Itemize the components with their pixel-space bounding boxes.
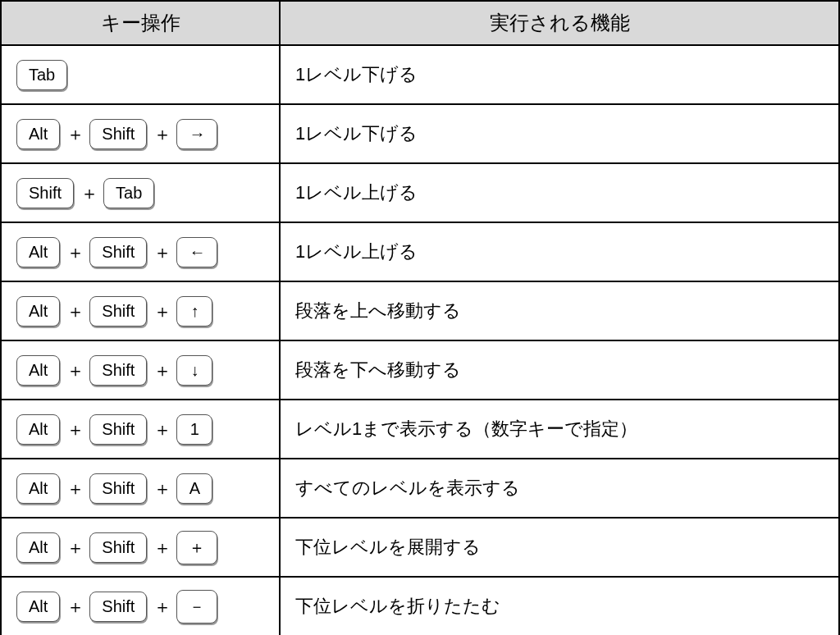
plus-joiner: ＋: [153, 359, 171, 383]
description-cell: レベル1まで表示する（数字キーで指定）: [280, 400, 839, 459]
table-row: Alt＋Shift＋1レベル1まで表示する（数字キーで指定）: [1, 400, 839, 459]
key-cap: Shift: [89, 592, 147, 622]
plus-joiner: ＋: [66, 595, 84, 619]
key-cap: Shift: [89, 119, 147, 149]
description-cell: 1レベル下げる: [280, 104, 839, 163]
key-cap: A: [176, 473, 212, 504]
key-cap: ＋: [176, 531, 217, 564]
key-cap: Shift: [89, 473, 147, 504]
description-cell: 1レベル上げる: [280, 163, 839, 222]
key-cap: Shift: [89, 237, 147, 267]
key-cap: Alt: [16, 532, 60, 563]
key-cell: Alt＋Shift＋→: [1, 104, 280, 163]
plus-joiner: ＋: [66, 240, 84, 265]
key-cap: ↓: [176, 355, 212, 386]
table-row: Tab1レベル下げる: [1, 45, 839, 104]
plus-joiner: ＋: [153, 122, 171, 147]
key-cap: Shift: [16, 178, 74, 208]
plus-joiner: ＋: [66, 536, 84, 560]
key-cap: Tab: [103, 178, 154, 208]
key-cap: Alt: [16, 119, 60, 149]
key-cap: Tab: [16, 60, 67, 90]
plus-joiner: ＋: [153, 536, 171, 560]
description-cell: すべてのレベルを表示する: [280, 459, 839, 518]
plus-joiner: ＋: [66, 477, 84, 501]
key-cap: Alt: [16, 473, 60, 504]
table-row: Alt＋Shift＋－下位レベルを折りたたむ: [1, 577, 839, 635]
description-cell: 1レベル下げる: [280, 45, 839, 104]
key-cap: Alt: [16, 296, 60, 327]
description-cell: 1レベル上げる: [280, 222, 839, 281]
table-row: Alt＋Shift＋→1レベル下げる: [1, 104, 839, 163]
description-cell: 下位レベルを展開する: [280, 518, 839, 577]
key-cell: Shift＋Tab: [1, 163, 280, 222]
key-cap: ←: [176, 237, 217, 267]
table-row: Alt＋Shift＋Aすべてのレベルを表示する: [1, 459, 839, 518]
key-cell: Alt＋Shift＋↑: [1, 281, 280, 340]
description-cell: 段落を下へ移動する: [280, 340, 839, 400]
key-cell: Alt＋Shift＋A: [1, 459, 280, 518]
plus-joiner: ＋: [66, 418, 84, 442]
description-cell: 段落を上へ移動する: [280, 281, 839, 340]
plus-joiner: ＋: [153, 595, 171, 619]
table-row: Shift＋Tab1レベル上げる: [1, 163, 839, 222]
table-row: Alt＋Shift＋＋下位レベルを展開する: [1, 518, 839, 577]
description-cell: 下位レベルを折りたたむ: [280, 577, 839, 635]
key-cap: Alt: [16, 355, 60, 386]
plus-joiner: ＋: [153, 299, 171, 324]
key-cap: －: [176, 590, 217, 624]
key-cap: Alt: [16, 237, 60, 267]
key-cell: Tab: [1, 45, 280, 104]
key-cap: Alt: [16, 592, 60, 622]
key-cap: ↑: [176, 296, 212, 327]
key-cap: Shift: [89, 296, 147, 327]
keyboard-shortcuts-table: キー操作 実行される機能 Tab1レベル下げるAlt＋Shift＋→1レベル下げ…: [0, 0, 840, 635]
key-cell: Alt＋Shift＋←: [1, 222, 280, 281]
key-cap: Shift: [89, 355, 147, 386]
header-function: 実行される機能: [280, 1, 839, 45]
table-row: Alt＋Shift＋←1レベル上げる: [1, 222, 839, 281]
key-cap: →: [176, 119, 217, 149]
table-row: Alt＋Shift＋↓段落を下へ移動する: [1, 340, 839, 400]
key-cell: Alt＋Shift＋↓: [1, 340, 280, 400]
key-cap: Shift: [89, 414, 147, 445]
key-cell: Alt＋Shift＋＋: [1, 518, 280, 577]
key-cap: 1: [176, 414, 212, 445]
key-cap: Alt: [16, 414, 60, 445]
plus-joiner: ＋: [153, 477, 171, 501]
header-key-operation: キー操作: [1, 1, 280, 45]
plus-joiner: ＋: [153, 240, 171, 265]
plus-joiner: ＋: [80, 181, 98, 206]
key-cell: Alt＋Shift＋－: [1, 577, 280, 635]
plus-joiner: ＋: [153, 418, 171, 442]
plus-joiner: ＋: [66, 359, 84, 383]
table-row: Alt＋Shift＋↑段落を上へ移動する: [1, 281, 839, 340]
plus-joiner: ＋: [66, 122, 84, 147]
key-cell: Alt＋Shift＋1: [1, 400, 280, 459]
key-cap: Shift: [89, 532, 147, 563]
plus-joiner: ＋: [66, 299, 84, 324]
